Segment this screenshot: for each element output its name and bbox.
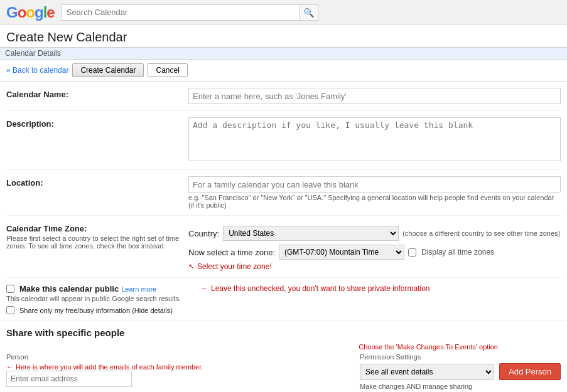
description-row: Description: [6, 111, 561, 170]
public-sub-text: This calendar will appear in public Goog… [6, 295, 188, 302]
timezone-select-row: Now select a time zone: (GMT-07:00) Moun… [188, 245, 561, 260]
calendar-name-input[interactable] [188, 88, 561, 104]
perm-col-label: Permission Settings [360, 353, 561, 361]
location-control: e.g. "San Francisco" or "New York" or "U… [188, 176, 561, 209]
description-input[interactable] [188, 117, 561, 161]
search-bar: 🔍 [61, 4, 337, 21]
add-person-button[interactable]: Add Person [499, 363, 561, 380]
cancel-button-top[interactable]: Cancel [148, 63, 187, 77]
top-toolbar: « Back to calendar Create Calendar Cance… [0, 60, 567, 82]
timezone-row: Calendar Time Zone: Please first select … [6, 216, 561, 278]
location-hint: e.g. "San Francisco" or "New York" or "U… [188, 194, 561, 209]
perm-row: See all event details Add Person [360, 363, 561, 380]
search-icon: 🔍 [303, 8, 314, 18]
display-all-zones-label[interactable]: Display all time zones [408, 248, 494, 257]
share-right: Permission Settings See all event detail… [360, 353, 561, 392]
share-section: Share with specific people Choose the 'M… [0, 321, 567, 392]
share-freebusy-label[interactable]: Share only my free/busy information (Hid… [6, 306, 188, 314]
calendar-name-control [188, 88, 561, 104]
timezone-label: Calendar Time Zone: Please first select … [6, 222, 188, 250]
timezone-select[interactable]: (GMT-07:00) Mountain Time [279, 245, 404, 260]
perm-note: Make changes AND manage sharing [360, 383, 561, 390]
timezone-annotation: ↖ Select your time zone! [188, 262, 561, 271]
form-area: Calendar Name: Description: Location: e.… [0, 82, 567, 278]
section-label: Calendar Details [0, 48, 567, 60]
country-row: Country: United States (choose a differe… [188, 226, 561, 241]
google-logo: Google [6, 4, 55, 21]
timezone-sublabel: Please first select a country to select … [6, 235, 188, 250]
public-calendar-checkbox[interactable] [6, 285, 14, 293]
description-control [188, 117, 561, 163]
page-title-bar: Create New Calendar [0, 25, 567, 48]
display-all-zones-checkbox[interactable] [408, 248, 416, 257]
email-input[interactable] [6, 371, 132, 387]
calendar-name-label: Calendar Name: [6, 88, 188, 99]
timezone-label-main: Calendar Time Zone: [6, 224, 188, 233]
email-arrow-icon: ← [6, 363, 13, 371]
search-button[interactable]: 🔍 [300, 4, 318, 21]
email-annotation: ← Here is where you will add the emails … [6, 363, 347, 371]
perm-select[interactable]: See all event details [360, 364, 494, 380]
location-input[interactable] [188, 176, 561, 193]
search-input[interactable] [61, 4, 300, 21]
public-calendar-row: Make this calendar public Learn more Thi… [0, 278, 567, 321]
page-title: Create New Calendar [6, 30, 561, 45]
country-select[interactable]: United States [223, 226, 399, 241]
public-learn-more-link[interactable]: Learn more [121, 285, 156, 293]
public-annotation: ← Leave this unchecked, you don't want t… [188, 284, 561, 293]
public-arrow-icon: ← [201, 284, 208, 293]
public-calendar-label[interactable]: Make this calendar public Learn more [6, 284, 188, 294]
description-label: Description: [6, 117, 188, 129]
calendar-name-row: Calendar Name: [6, 82, 561, 111]
share-title: Share with specific people [6, 327, 561, 338]
perm-annotation: Choose the 'Make Changes To Events' opti… [6, 343, 561, 351]
share-freebusy-checkbox[interactable] [6, 306, 14, 314]
create-calendar-button-top[interactable]: Create Calendar [72, 63, 144, 77]
timezone-control: Country: United States (choose a differe… [188, 222, 561, 271]
header: Google 🔍 [0, 0, 567, 25]
timezone-arrow-icon: ↖ [188, 262, 195, 271]
back-link-top[interactable]: « Back to calendar [6, 66, 68, 75]
country-hint: (choose a different country to see other… [402, 230, 560, 237]
public-check-area: Make this calendar public Learn more Thi… [6, 284, 188, 314]
share-left: Person ← Here is where you will add the … [6, 353, 347, 392]
location-label: Location: [6, 176, 188, 188]
location-row: Location: e.g. "San Francisco" or "New Y… [6, 170, 561, 216]
share-cols: Person ← Here is where you will add the … [6, 353, 561, 392]
country-label-text: Country: [188, 229, 219, 238]
timezone-now-label: Now select a time zone: [188, 248, 275, 257]
person-col-label: Person [6, 353, 347, 361]
